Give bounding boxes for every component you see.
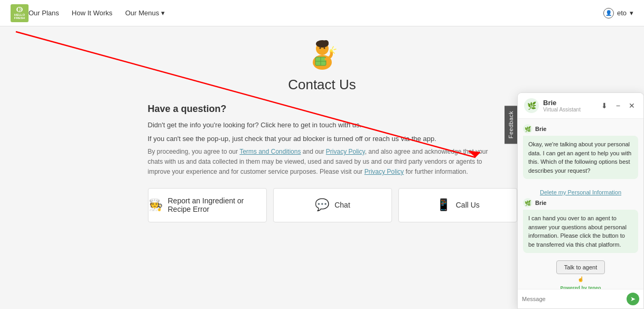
- hero-illustration: [304, 37, 341, 73]
- nav-menus-label: Our Menus: [125, 9, 159, 17]
- chat-widget: 🌿 Brie Virtual Assistant ⬇ − ✕ 🌿 Brie Ok…: [517, 92, 644, 309]
- leaf-icon: [16, 6, 23, 13]
- talk-to-agent-button[interactable]: Talk to agent: [556, 260, 605, 274]
- legal-text: By proceeding, you agree to our Terms an…: [148, 147, 497, 177]
- privacy-link-1[interactable]: Privacy Policy: [326, 148, 365, 155]
- chevron-down-icon: ▾: [161, 9, 165, 17]
- chat-header-actions: ⬇ − ✕: [599, 100, 637, 111]
- terms-link[interactable]: Terms and Conditions: [239, 148, 301, 155]
- user-menu[interactable]: 👤 eto ▾: [603, 8, 633, 18]
- nav-our-plans[interactable]: Our Plans: [29, 9, 59, 17]
- chat-bubble-2: I can hand you over to an agent to answe…: [523, 210, 638, 253]
- teneo-brand: teneo: [589, 285, 601, 289]
- user-chevron-icon: ▾: [630, 9, 633, 17]
- question-section: Have a question? Didn't get the info you…: [137, 104, 507, 222]
- feedback-tab[interactable]: Feedback: [505, 106, 517, 144]
- card-report-error[interactable]: 🧑‍🍳 Report an Ingredient or Recipe Error: [148, 188, 267, 222]
- powered-by-label: Powered by: [560, 285, 587, 289]
- user-avatar-icon: 👤: [603, 8, 614, 18]
- svg-point-1: [18, 7, 22, 12]
- chef-svg: [304, 37, 341, 71]
- chat-agent-title: Virtual Assistant: [543, 107, 595, 113]
- question-heading: Have a question?: [148, 104, 497, 115]
- delete-personal-info-link[interactable]: Delete my Personal Information: [523, 186, 638, 198]
- logo[interactable]: HELLOFRESH: [11, 4, 29, 22]
- chat-footer: ➤: [518, 289, 643, 308]
- chat-close-button[interactable]: ✕: [627, 100, 637, 111]
- chat-sender-2: 🌿 Brie: [523, 198, 638, 208]
- card-call-us[interactable]: 📱 Call Us: [398, 188, 517, 222]
- report-error-icon: 🧑‍🍳: [148, 198, 163, 212]
- chat-send-button[interactable]: ➤: [627, 293, 639, 305]
- card-chat[interactable]: 💬 Chat: [273, 188, 392, 222]
- logo-icon: HELLOFRESH: [11, 4, 29, 22]
- navbar: HELLOFRESH Our Plans How It Works Our Me…: [0, 0, 644, 26]
- chat-message-1: 🌿 Brie Okay, we're talking about your pe…: [523, 124, 638, 179]
- chat-agent-avatar: 🌿: [524, 98, 539, 113]
- brie-icon-1: 🌿: [523, 124, 533, 134]
- card-chat-label: Chat: [334, 201, 350, 209]
- chat-bubble-1: Okay, we're talking about your personal …: [523, 136, 638, 179]
- brie-name-1: Brie: [535, 126, 546, 132]
- svg-point-5: [323, 40, 329, 45]
- delete-info-text[interactable]: Delete my Personal Information: [540, 189, 621, 195]
- brie-icon-2: 🌿: [523, 198, 533, 208]
- chat-message-2: 🌿 Brie I can hand you over to an agent t…: [523, 198, 638, 253]
- svg-point-6: [319, 48, 321, 49]
- logo-text: HELLOFRESH: [14, 13, 25, 20]
- chat-header: 🌿 Brie Virtual Assistant ⬇ − ✕: [518, 93, 643, 119]
- privacy-link-2[interactable]: Privacy Policy: [365, 168, 404, 175]
- card-call-label: Call Us: [456, 201, 480, 209]
- chat-header-info: Brie Virtual Assistant: [543, 99, 595, 113]
- chat-download-button[interactable]: ⬇: [599, 100, 610, 111]
- chat-agent-name: Brie: [543, 99, 595, 107]
- question-line1: Didn't get the info you're looking for? …: [148, 120, 497, 130]
- svg-point-11: [330, 49, 333, 52]
- talk-to-agent-container: Talk to agent ☝: [523, 260, 638, 282]
- user-name: eto: [617, 9, 627, 17]
- chat-minimize-button[interactable]: −: [614, 100, 622, 111]
- call-us-icon: 📱: [436, 198, 451, 212]
- chat-message-input[interactable]: [522, 296, 623, 302]
- chat-body: 🌿 Brie Okay, we're talking about your pe…: [518, 119, 643, 289]
- powered-by: Powered by teneo: [523, 283, 638, 289]
- page-title: Contact Us: [288, 77, 356, 93]
- brie-name-2: Brie: [535, 200, 546, 206]
- chat-icon: 💬: [315, 198, 329, 212]
- nav-links: Our Plans How It Works Our Menus ▾: [29, 9, 603, 17]
- svg-point-7: [323, 48, 325, 49]
- option-cards: 🧑‍🍳 Report an Ingredient or Recipe Error…: [148, 188, 518, 222]
- card-report-label: Report an Ingredient or Recipe Error: [168, 196, 266, 213]
- question-line2: If you can't see the pop-up, just check …: [148, 134, 497, 144]
- nav-our-menus[interactable]: Our Menus ▾: [125, 9, 165, 17]
- nav-how-it-works[interactable]: How It Works: [72, 9, 113, 17]
- cursor-indicator: ☝: [523, 276, 638, 282]
- chat-sender-1: 🌿 Brie: [523, 124, 638, 134]
